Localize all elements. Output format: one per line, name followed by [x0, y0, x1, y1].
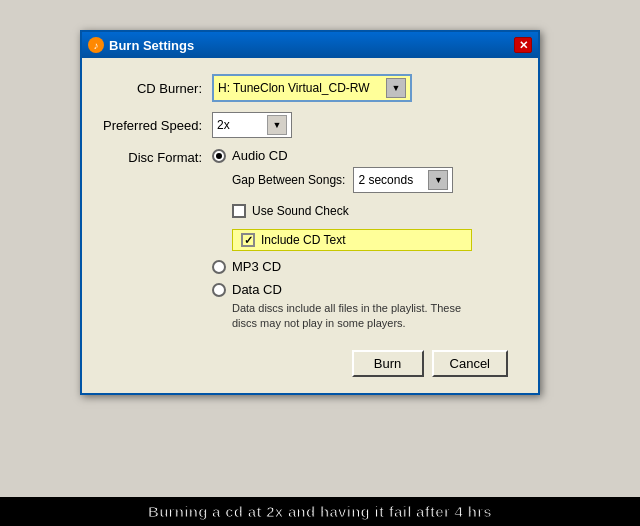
disc-options: Audio CD Gap Between Songs: 2 seconds ▼: [212, 148, 472, 342]
include-cd-text-checkbox[interactable]: [241, 233, 255, 247]
gap-label: Gap Between Songs:: [232, 173, 345, 187]
include-cd-text-label: Include CD Text: [261, 233, 346, 247]
sound-check-row[interactable]: Use Sound Check: [232, 204, 472, 218]
disc-format-label: Disc Format:: [102, 148, 212, 165]
burn-button[interactable]: Burn: [352, 350, 424, 377]
audio-sub-options: Gap Between Songs: 2 seconds ▼ Use Sound…: [232, 167, 472, 251]
disc-format-row: Disc Format: Audio CD Gap Between Songs:: [102, 148, 518, 342]
cd-burner-dropdown[interactable]: H: TuneClon Virtual_CD-RW ▼: [212, 74, 412, 102]
cancel-button[interactable]: Cancel: [432, 350, 508, 377]
gap-value: 2 seconds: [358, 173, 424, 187]
cd-burner-label: CD Burner:: [102, 81, 212, 96]
sound-check-label: Use Sound Check: [252, 204, 349, 218]
screenshot-wrapper: ♪ Burn Settings ✕ CD Burner: H: TuneClon…: [0, 0, 640, 526]
sound-check-checkbox[interactable]: [232, 204, 246, 218]
mp3-cd-option[interactable]: MP3 CD: [212, 259, 472, 274]
cd-burner-arrow-icon[interactable]: ▼: [386, 78, 406, 98]
cd-burner-value: H: TuneClon Virtual_CD-RW: [218, 81, 382, 95]
mp3-cd-radio[interactable]: [212, 260, 226, 274]
data-cd-label: Data CD: [232, 282, 282, 297]
dialog-body: CD Burner: H: TuneClon Virtual_CD-RW ▼ P…: [82, 58, 538, 393]
title-bar: ♪ Burn Settings ✕: [82, 32, 538, 58]
preferred-speed-value: 2x: [217, 118, 263, 132]
data-cd-note: Data discs include all files in the play…: [232, 301, 472, 332]
button-row: Burn Cancel: [102, 350, 518, 377]
audio-cd-radio[interactable]: [212, 149, 226, 163]
bottom-caption: Burning a cd at 2x and having it fail af…: [0, 497, 640, 526]
app-icon: ♪: [88, 37, 104, 53]
preferred-speed-dropdown[interactable]: 2x ▼: [212, 112, 292, 138]
include-cd-text-row[interactable]: Include CD Text: [232, 229, 472, 251]
close-button[interactable]: ✕: [514, 37, 532, 53]
gap-dropdown[interactable]: 2 seconds ▼: [353, 167, 453, 193]
cd-burner-row: CD Burner: H: TuneClon Virtual_CD-RW ▼: [102, 74, 518, 102]
gap-row: Gap Between Songs: 2 seconds ▼: [232, 167, 472, 193]
preferred-speed-row: Preferred Speed: 2x ▼: [102, 112, 518, 138]
preferred-speed-label: Preferred Speed:: [102, 118, 212, 133]
data-cd-radio[interactable]: [212, 283, 226, 297]
burn-settings-dialog: ♪ Burn Settings ✕ CD Burner: H: TuneClon…: [80, 30, 540, 395]
mp3-cd-label: MP3 CD: [232, 259, 281, 274]
data-cd-option[interactable]: Data CD: [212, 282, 472, 297]
gap-arrow-icon[interactable]: ▼: [428, 170, 448, 190]
audio-cd-option[interactable]: Audio CD: [212, 148, 472, 163]
audio-cd-label: Audio CD: [232, 148, 288, 163]
title-bar-left: ♪ Burn Settings: [88, 37, 194, 53]
preferred-speed-arrow-icon[interactable]: ▼: [267, 115, 287, 135]
dialog-title: Burn Settings: [109, 38, 194, 53]
